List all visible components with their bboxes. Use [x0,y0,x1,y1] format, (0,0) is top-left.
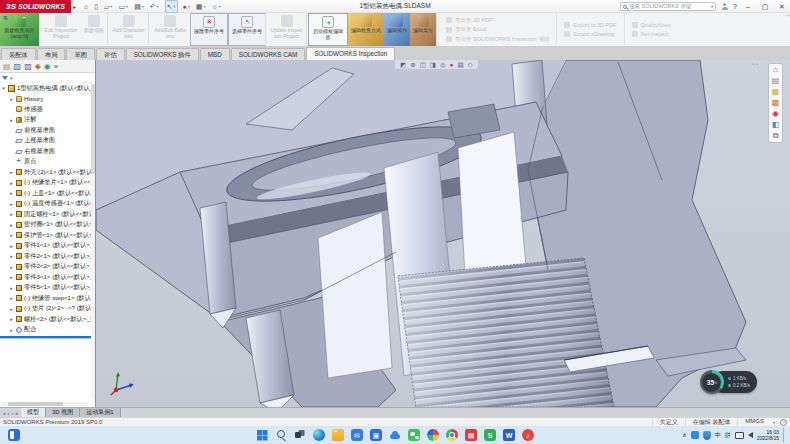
scene-icon[interactable]: ▤ [458,60,464,69]
graphics-viewport[interactable]: ◩⊕◫◨◎●▤◇ ▫▫ ⌂▤▦▩◉◧⧉ 35% [96,60,790,407]
command-tab[interactable]: SOLIDWORKS CAM [231,48,305,60]
feature-tree-item[interactable]: ▸ 配合 [0,325,95,336]
expand-arrow-icon[interactable]: ▸ [9,306,14,312]
chrome-icon[interactable] [446,429,458,441]
onedrive-tray-icon[interactable] [691,431,699,439]
tab-nav-arrow-icon[interactable]: « [3,410,6,416]
expand-arrow-icon[interactable]: ▸ [9,243,14,249]
ime-lang[interactable]: 中 [715,426,721,444]
select-icon[interactable]: ↖ [165,0,178,13]
rollback-bar[interactable] [0,336,95,338]
command-tab[interactable]: 装配体 [1,48,36,60]
feature-tree-item[interactable]: ▸ 注解 [0,115,95,126]
print-icon[interactable]: ▤ [134,1,145,12]
expand-arrow-icon[interactable]: ▸ [9,253,14,259]
store-icon[interactable]: ▣ [370,429,382,441]
scenes-tab[interactable]: ◧ [772,120,780,130]
home-icon[interactable]: ⌂ [84,1,89,12]
search-input[interactable]: 搜索 SOLIDWORKS 帮助 ▾ [620,2,716,11]
display-settings-icon[interactable]: ▦ [196,1,207,12]
display-tray-icon[interactable] [735,432,744,439]
feature-tree-item[interactable]: ▸ 零件2<2> (默认<<默认>_显示状态 [0,262,95,273]
feature-tree-item[interactable]: 右视基准面 [0,146,95,157]
feature-tree-item[interactable]: ▸ (-) 绝缘管.step<1> (默认<<默认>_ [0,293,95,304]
feature-tree-item[interactable]: ▸ History [0,94,95,105]
expand-arrow-icon[interactable]: ▸ [9,285,14,291]
file-explorer-tab[interactable]: ▦ [772,87,780,97]
document-tab[interactable]: 模型 [21,408,46,417]
search-caret-icon[interactable]: ▾ [711,4,713,9]
propertymanager-tab[interactable]: ▧ [14,61,22,72]
expand-arrow-icon[interactable]: ▾ [1,85,6,91]
expand-arrow-icon[interactable]: ▸ [9,295,14,301]
expand-arrow-icon[interactable]: ▸ [9,180,14,186]
expand-arrow-icon[interactable]: ▸ [9,327,14,333]
ribbon-button[interactable]: 选择零件序号 [228,13,266,46]
wechat-icon[interactable] [408,429,420,441]
tab-nav-arrow-icon[interactable]: ‹ [8,410,10,416]
open-icon[interactable]: ▱ [104,1,113,12]
feature-tree-item[interactable]: ▸ (-) 温度传感器<1> (默认<<默认>_显 [0,199,95,210]
design-library-tab[interactable]: ▤ [772,76,780,86]
feature-tree-item[interactable]: 上视基准面 [0,136,95,147]
feature-tree-item[interactable]: ▸ 螺栓<2> (默认<<默认>_显示状态 [0,314,95,325]
command-tab[interactable]: SOLIDWORKS Inspection [306,47,395,60]
save-icon[interactable]: ▭ [118,1,129,12]
command-tab[interactable]: MBD [200,48,230,60]
feature-tree-item[interactable]: ▸ 密封圈<1> (默认<<默认>_显示状态 [0,220,95,231]
ribbon-button[interactable]: 编辑检查方式 [348,13,384,46]
taskbar-clock[interactable]: 16:03 2022/8/15 [757,429,779,442]
feature-tree-item[interactable]: ▸ (-) 上盖<1> (默认<<默认>_显示状态 [0,188,95,199]
resources-tab[interactable]: ⌂ [773,65,778,75]
pinned-app-icon[interactable] [8,429,20,441]
export-option[interactable]: 导出至 Excel [446,26,549,33]
feature-tree-item[interactable]: ▸ 零件5<1> (默认<<默认>_显示状态 [0,283,95,294]
performance-widget[interactable]: 35% 1 KB/s 0.2 KB/s [700,370,757,394]
search-button[interactable] [275,429,287,441]
status-badge-icon[interactable] [780,419,787,426]
thread-section[interactable] [398,258,614,407]
feature-tree-item[interactable]: 前视基准面 [0,125,95,136]
solidworks-logo[interactable]: 3S SOLIDWORKS [0,0,71,13]
volume-tray-icon[interactable] [748,432,753,438]
expand-arrow-icon[interactable]: ▸ [9,96,14,102]
feature-tree-item[interactable]: ▾ 1型铠装热电偶 (默认<默认_显示状态-1>) [0,83,95,94]
feature-tree-item[interactable]: ▸ 零件3<1> (默认<<默认>_显示状态 [0,272,95,283]
document-tab[interactable]: 3D 视图 [46,408,80,417]
units-caret-icon[interactable]: ▾ [773,420,775,425]
export-option[interactable]: Export eDrawing [564,31,616,37]
command-tab[interactable]: 评估 [96,48,125,60]
overflow-tab[interactable]: » [54,61,58,72]
ribbon-button[interactable]: 新建模板 [81,13,108,46]
maximize-button[interactable]: ▢ [759,0,771,13]
command-tab[interactable]: 草图 [66,48,95,60]
expand-arrow-icon[interactable]: ▸ [9,211,14,217]
expand-arrow-icon[interactable]: ▸ [9,264,14,270]
command-tab[interactable]: SOLIDWORKS 插件 [126,48,199,60]
expand-arrow-icon[interactable]: ▸ [9,117,14,123]
edge-icon[interactable] [313,429,325,441]
feature-tree-item[interactable]: ▸ 零件2<1> (默认<<默认>_显示状态 [0,251,95,262]
expand-arrow-icon[interactable]: ▸ [9,274,14,280]
model-canvas[interactable] [96,60,790,407]
export-option[interactable]: Export to 3D PDF [564,22,616,28]
view-settings-icon[interactable]: ◇ [468,60,473,69]
zoom-fit-icon[interactable]: ⊕ [410,60,415,69]
new-document-icon[interactable]: ▯ [94,1,99,12]
tab-nav-arrow-icon[interactable]: » [15,410,18,416]
ribbon-button[interactable]: 移除零件序号 [190,13,228,46]
view-orientation-icon[interactable]: ◩ [400,60,406,69]
section-view-icon[interactable]: ◫ [420,60,426,69]
feature-tree-item[interactable]: 原点 [0,157,95,168]
ribbon-button[interactable]: Add Characteristic [109,13,149,46]
minimize-button[interactable]: – [742,0,754,13]
featuremanager-tab[interactable]: ▤ [3,61,11,72]
hide-show-icon[interactable]: ◎ [440,60,446,69]
mail-icon[interactable]: ✉ [351,429,363,441]
ribbon-button[interactable]: 启动模板编辑器 [308,13,348,46]
ime-mode[interactable]: 拼 [725,426,731,444]
undo-icon[interactable]: ↶ [150,1,160,12]
green-app-icon[interactable]: S [484,429,496,441]
onedrive-icon[interactable] [389,429,401,441]
partner-option[interactable]: QualityXpert [632,22,671,28]
